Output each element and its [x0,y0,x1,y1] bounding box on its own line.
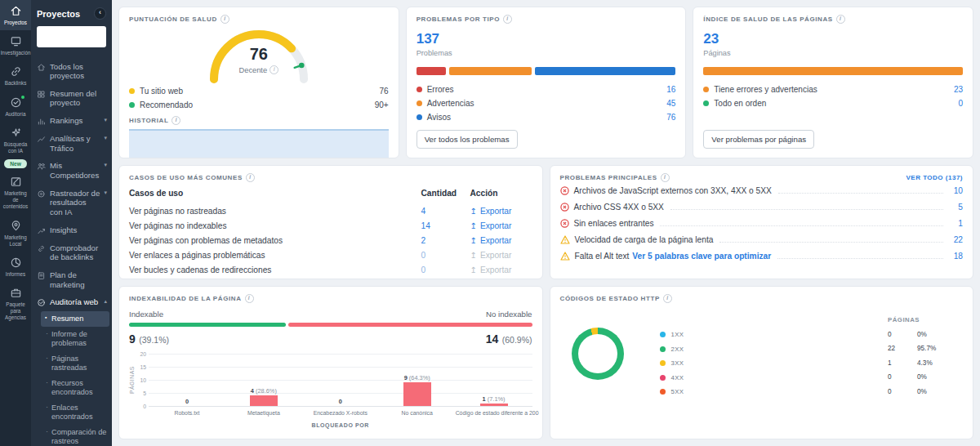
legend-value[interactable]: 76 [666,113,675,122]
sidebar-subitem-overview[interactable]: Resumen [41,311,109,327]
info-icon[interactable] [172,116,180,125]
legend-row-has-issues: Tiene errores y advertencias 23 [703,83,963,96]
sidebar-subitem-crawl-comparison[interactable]: Comparación de rastreos [31,425,112,446]
issue-row[interactable]: Archivos de JavaScript externos con 3XX,… [560,182,964,198]
issue-count[interactable]: 1 [950,219,963,228]
issue-row[interactable]: Falta el Alt text Ver 5 palabras clave p… [560,248,964,265]
legend-value[interactable]: 23 [954,85,963,94]
info-icon[interactable] [661,173,670,182]
view-all-issues-button[interactable]: Ver todos los problemas [416,130,518,149]
issue-count[interactable]: 10 [950,186,963,195]
rail-label: Paquete para Agencias [1,301,30,322]
issue-row[interactable]: Sin enlaces entrantes 1 [560,215,964,231]
sidebar-item-label: Comprobador de backlinks [50,243,107,262]
sidebar-item-competitors[interactable]: Mis Competidores [31,157,112,184]
main-content: PUNTUACIÓN DE SALUD 76 Decente Tu sitio … [112,0,980,446]
rail-item-audit[interactable]: Auditoría [0,91,31,122]
issue-row[interactable]: Archivo CSS 4XX o 5XX 5 [560,198,964,215]
sidebar-item-insights[interactable]: Insights [31,221,112,239]
sidebar-item-rankings[interactable]: Rankings [31,112,112,130]
errors-bar-segment [416,67,446,75]
content-marketing-icon [10,176,22,188]
sidebar-item-project-overview[interactable]: Resumen del proyecto [31,85,112,112]
pages-count: 0 [888,388,917,395]
error-icon [560,186,569,195]
http-codes-donut-chart[interactable] [572,328,624,380]
sidebar-item-analytics-traffic[interactable]: Analíticas y Tráfico [31,130,112,157]
health-score-rating: Decente [239,66,268,74]
rail-item-projects[interactable]: Proyectos [0,0,31,30]
legend-value[interactable]: 45 [666,99,675,108]
optimize-keywords-link[interactable]: Ver 5 palabras clave para optimizar [632,252,771,261]
export-icon [470,221,477,230]
export-link[interactable]: Exportar [470,236,532,245]
bar-column[interactable]: 0 [149,354,225,406]
project-selector[interactable] [37,26,106,47]
sidebar-subitem-found-links[interactable]: Enlaces encontrados [31,400,112,425]
issue-row[interactable]: Velocidad de carga de la página lenta 22 [560,232,964,248]
chart-plot-area: 20 15 10 5 0 0 4 (28.6%) [149,354,532,407]
issue-count[interactable]: 18 [950,252,963,261]
sidebar-item-web-audit[interactable]: Auditoría web [31,293,112,311]
use-case-label: Ver bucles y cadenas de redirecciones [129,265,421,274]
x-axis-title: BLOQUEADO POR [149,422,532,428]
bar-column[interactable]: 4 (28.6%) [225,354,302,406]
bar-column[interactable]: 1 (7.1%) [456,354,532,406]
issue-count[interactable]: 5 [950,203,963,212]
rail-item-local-marketing[interactable]: Marketing Local [0,215,31,252]
bar-column[interactable]: 9 (64.3%) [379,354,456,406]
info-icon[interactable] [836,15,845,24]
warnings-bar-segment [449,67,532,75]
issue-count[interactable]: 22 [950,235,963,244]
y-tick: 15 [135,364,146,370]
line-chart-icon [37,134,46,144]
research-icon [10,35,22,47]
info-icon[interactable] [246,173,255,182]
info-icon[interactable] [245,294,254,303]
export-icon [470,251,477,260]
use-case-count[interactable]: 14 [421,221,470,230]
sidebar-item-label: Auditoría web [50,297,98,307]
use-case-count[interactable]: 4 [421,207,470,216]
total-issues-count: 137 [416,31,676,47]
legend-value[interactable]: 0 [958,99,963,108]
rail-label: Proyectos [4,20,27,26]
sidebar-title: Proyectos [37,9,80,19]
rail-item-ai-search[interactable]: Búsqueda con IA [0,122,31,158]
not-indexable-bar-segment [288,323,532,327]
collapse-sidebar-button[interactable]: ‹ [94,7,106,20]
table-row: 00% [888,370,950,385]
info-icon[interactable] [270,65,278,74]
sidebar-subitem-found-resources[interactable]: Recursos encontrados [31,376,112,400]
export-link[interactable]: Exportar [470,207,532,216]
sidebar-item-marketing-plan[interactable]: Plan de marketing [31,266,112,293]
legend-value: 76 [380,87,389,96]
ai-search-icon [10,127,22,139]
use-case-label: Ver páginas no rastreadas [129,207,421,216]
sidebar-subitem-crawled-pages[interactable]: Páginas rastreadas [31,351,112,376]
rail-item-reports[interactable]: Informes [0,252,31,282]
total-issues-label: Problemas [416,49,676,57]
sidebar-item-backlink-checker[interactable]: Comprobador de backlinks [31,239,112,266]
view-issues-by-pages-button[interactable]: Ver problemas por páginas [703,130,814,149]
info-icon[interactable] [503,15,512,24]
card-title: ÍNDICE DE SALUD DE LAS PÁGINAS [703,16,832,23]
sidebar-item-ai-results-tracker[interactable]: Rastreador de resultados con IA [31,185,112,221]
rail-item-research[interactable]: Investigación [0,30,31,60]
sidebar-item-all-projects[interactable]: Todos los proyectos [31,58,112,85]
rail-item-content-marketing[interactable]: Marketing de contenidos [0,171,31,215]
use-case-count[interactable]: 2 [421,236,470,245]
info-icon[interactable] [220,15,229,24]
legend-value[interactable]: 16 [666,85,675,94]
rail-item-agency-pack[interactable]: Paquete para Agencias [0,282,31,326]
rail-item-backlinks[interactable]: Backlinks [0,60,31,91]
view-all-link[interactable]: VER TODO (137) [906,174,963,181]
blue-dot-icon [416,114,422,120]
card-title: PROBLEMAS PRINCIPALES [560,174,657,181]
indexability-card: INDEXABILIDAD DE LA PÁGINA Indexable No … [118,286,543,439]
export-link[interactable]: Exportar [470,221,532,230]
pages-health-card: ÍNDICE DE SALUD DE LAS PÁGINAS 23 Página… [693,7,973,158]
info-icon[interactable] [663,294,672,303]
sidebar-subitem-issue-report[interactable]: Informe de problemas [31,327,112,351]
bar-column[interactable]: 0 [302,354,379,406]
